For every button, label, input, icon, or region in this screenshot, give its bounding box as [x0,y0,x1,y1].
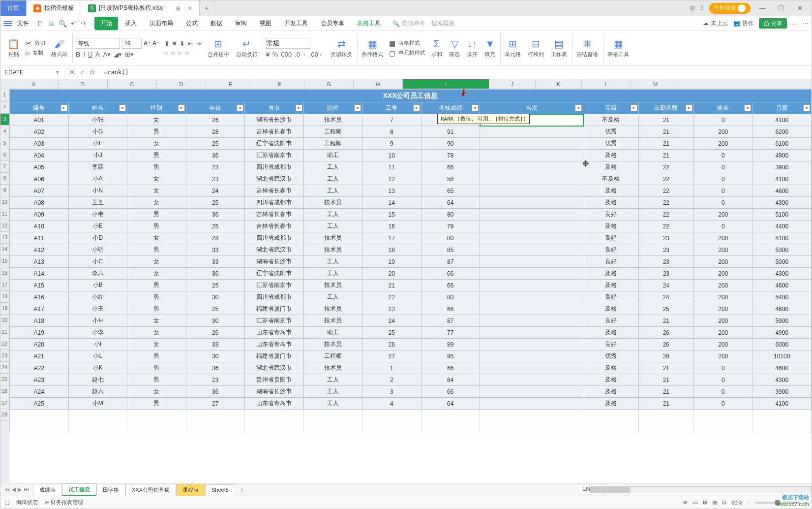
table-tools-button[interactable]: ▦表格工具 [604,33,632,63]
col-header-F[interactable]: F [255,79,304,89]
ribbon-tab-layout[interactable]: 页面布局 [144,17,179,30]
layout-icon[interactable]: ⊞ [690,5,695,12]
cell[interactable]: 技术员 [303,362,362,374]
sort-button[interactable]: ↓↑排序 [464,33,481,63]
cell[interactable]: 33 [186,339,245,350]
row-header-19[interactable]: 19 [0,303,9,315]
cell[interactable]: 不及格 [583,173,638,185]
cell[interactable]: 小李 [68,327,127,339]
cell[interactable]: 10 [362,150,421,161]
cell[interactable]: 23 [638,232,693,244]
row-header-25[interactable]: 25 [0,374,9,385]
cell[interactable]: 及格 [583,327,638,339]
cell[interactable]: 助工 [303,327,362,339]
cell[interactable]: 65 [421,185,480,197]
cell[interactable]: 李六 [68,268,127,280]
cell[interactable] [186,410,245,421]
cell[interactable] [480,315,583,327]
table-header-1[interactable]: 姓名▾ [68,102,127,114]
filter-dropdown-icon[interactable]: ▾ [354,104,361,111]
cell[interactable]: 及格 [583,386,638,398]
cell[interactable] [362,410,421,421]
cell[interactable]: 男 [127,280,186,291]
cond-format-button[interactable]: ▦条件格式 [359,33,386,63]
cell[interactable]: A02 [10,126,69,138]
row-header-21[interactable]: 21 [0,326,9,338]
filter-dropdown-icon[interactable]: ▾ [472,104,479,111]
col-header-G[interactable]: G [304,79,354,89]
cell[interactable] [10,410,69,421]
cell[interactable]: 工人 [303,291,362,303]
apps-icon[interactable]: ⠿ [700,5,704,12]
cell[interactable]: 4100 [752,398,812,410]
cell[interactable]: 11 [362,161,421,173]
cell[interactable] [480,209,583,221]
cell[interactable]: 良好 [583,232,638,244]
currency-icon[interactable]: ¥ [266,51,270,58]
cell[interactable]: 小G [68,126,127,138]
cell[interactable] [127,421,186,433]
align-right-icon[interactable]: ≡ [178,49,181,57]
cell[interactable]: 女 [127,256,186,268]
cell[interactable]: 小F [68,138,127,150]
cell[interactable]: 3 [362,386,421,398]
row-header-10[interactable]: 10 [0,196,9,208]
cell[interactable]: A16 [10,291,69,303]
table-header-12[interactable]: 月薪▾ [752,102,812,114]
align-middle-icon[interactable]: ≡ [173,40,177,47]
cell[interactable]: 及格 [583,362,638,374]
rowcol-button[interactable]: ⊟行和列 [525,33,547,63]
row-header-15[interactable]: 15 [0,255,9,267]
cell[interactable]: 女 [127,114,186,126]
cell[interactable]: 25 [638,303,693,315]
cell[interactable]: 及格 [583,197,638,209]
cloud-status[interactable]: ☁ 未上云 [703,19,728,28]
cell[interactable]: 5100 [752,209,812,221]
cell[interactable]: 辽宁省沈阳市 [245,138,304,150]
cell[interactable]: 福建省厦门市 [245,303,304,315]
cell[interactable] [480,232,583,244]
cell[interactable]: 87 [421,315,480,327]
cell[interactable]: 4600 [752,185,812,197]
cell[interactable]: 28 [638,350,693,362]
cell[interactable]: 小B [68,280,127,291]
cell[interactable]: A21 [10,350,69,362]
row-header-20[interactable]: 20 [0,315,9,326]
cell[interactable]: 小E [68,221,127,232]
cell[interactable]: 及格 [583,303,638,315]
cell[interactable]: 湖南省长沙市 [245,386,304,398]
row-header-12[interactable]: 12 [0,220,9,232]
zoom-out-icon[interactable]: − [747,500,750,506]
cell[interactable]: 21 [362,280,421,291]
filter-dropdown-icon[interactable]: ▾ [803,104,810,111]
cell[interactable]: 21 [638,114,693,126]
cell[interactable]: 23 [638,244,693,256]
record-macro-icon[interactable]: ▢ [4,499,9,506]
cell[interactable]: 男 [127,221,186,232]
sheet-tab-0[interactable]: 成绩表 [33,484,62,496]
type-convert-button[interactable]: ⇄类型转换 [328,33,358,63]
cell[interactable]: A17 [10,303,69,315]
cell[interactable] [186,421,245,433]
table-header-0[interactable]: 编号▾ [10,102,69,114]
cell[interactable] [362,421,421,433]
spreadsheet-table[interactable]: XXX公司员工信息编号▾姓名▾性别▾年龄▾省市▾岗位▾工号▾考核成绩▾名次▾等级… [9,89,812,433]
ribbon-tab-vip[interactable]: 会员专享 [315,17,350,30]
cell[interactable]: 赵六 [68,386,127,398]
cell[interactable]: 小J [68,150,127,161]
cell[interactable]: 78 [421,150,480,161]
cell[interactable]: 助工 [303,150,362,161]
fill-color-icon[interactable]: ◢▾ [114,51,122,58]
cell[interactable]: 良好 [583,315,638,327]
cell[interactable]: 湖北省武汉市 [245,173,304,185]
increase-font-icon[interactable]: A⁺ [144,40,150,47]
cell[interactable]: 85 [421,244,480,256]
cell[interactable]: 30 [186,350,245,362]
redo-icon[interactable]: ↷ [81,20,87,28]
sheet-tab-2[interactable]: 田字格 [96,484,125,496]
cell[interactable]: 25 [186,197,245,209]
cell[interactable]: 23 [362,303,421,315]
cell[interactable]: 23 [186,173,245,185]
cell[interactable]: 4600 [752,362,812,374]
cell[interactable]: 0 [693,114,752,126]
